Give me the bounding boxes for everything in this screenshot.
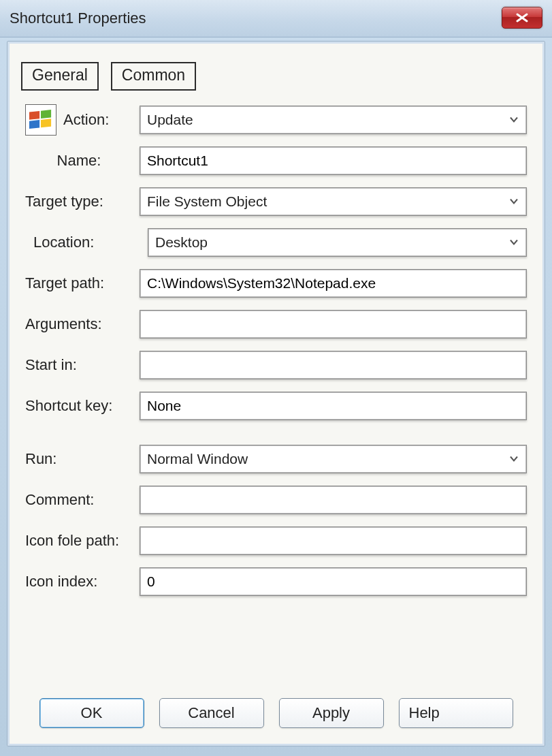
run-value: Normal Window (147, 451, 248, 467)
label-location: Location: (33, 234, 94, 251)
label-shortcut-key: Shortcut key: (25, 397, 112, 415)
name-input[interactable] (140, 146, 527, 175)
window-title: Shortcut1 Properties (10, 10, 146, 27)
row-name: Name: (25, 144, 527, 178)
form-area: Action: Update Name: (7, 103, 545, 599)
arguments-input[interactable] (140, 310, 527, 338)
row-icon-index: Icon index: (25, 565, 527, 599)
shortcut-key-input[interactable] (140, 392, 527, 420)
label-name: Name: (57, 152, 101, 170)
svg-rect-3 (41, 119, 51, 127)
svg-rect-1 (41, 110, 51, 119)
chevron-down-icon (509, 116, 519, 123)
target-type-value: File System Object (147, 193, 267, 210)
tab-common[interactable]: Common (111, 62, 196, 91)
row-comment: Comment: (25, 483, 527, 517)
start-in-input[interactable] (140, 351, 527, 379)
row-start-in: Start in: (25, 348, 527, 382)
chevron-down-icon (509, 455, 519, 462)
cancel-button[interactable]: Cancel (159, 698, 264, 728)
svg-rect-2 (29, 120, 39, 129)
row-location: Location: Desktop (25, 225, 527, 259)
label-icon-file-path: Icon fole path: (25, 532, 119, 550)
location-value: Desktop (155, 234, 208, 251)
row-arguments: Arguments: (25, 307, 527, 341)
label-run: Run: (25, 450, 56, 468)
svg-rect-0 (29, 110, 39, 119)
close-icon (515, 9, 529, 27)
icon-file-path-input[interactable] (140, 526, 527, 555)
icon-index-input[interactable] (140, 567, 527, 596)
target-path-input[interactable] (140, 269, 527, 298)
location-dropdown[interactable]: Desktop (148, 228, 527, 257)
label-icon-index: Icon index: (25, 573, 97, 590)
ok-button[interactable]: OK (39, 698, 144, 728)
row-run: Run: Normal Window (25, 442, 527, 476)
row-target-path: Target path: (25, 266, 527, 300)
windows-logo-icon (25, 104, 56, 136)
help-button[interactable]: Help (399, 698, 513, 728)
dialog-button-row: OK Cancel Apply Help (7, 698, 545, 728)
apply-button[interactable]: Apply (279, 698, 384, 728)
row-target-type: Target type: File System Object (25, 185, 527, 219)
row-icon-file-path: Icon fole path: (25, 524, 527, 558)
row-action: Action: Update (25, 103, 527, 137)
run-dropdown[interactable]: Normal Window (140, 445, 527, 473)
close-button[interactable] (502, 7, 542, 29)
dialog-client-area: General Common (7, 41, 545, 746)
titlebar: Shortcut1 Properties (0, 0, 552, 37)
chevron-down-icon (509, 238, 519, 245)
action-value: Update (147, 112, 193, 128)
label-action: Action: (63, 111, 109, 129)
label-start-in: Start in: (25, 356, 77, 374)
chevron-down-icon (509, 198, 519, 204)
label-target-type: Target type: (25, 193, 103, 210)
tab-general[interactable]: General (21, 62, 99, 91)
label-target-path: Target path: (25, 274, 104, 292)
action-dropdown[interactable]: Update (140, 106, 527, 134)
label-arguments: Arguments: (25, 315, 102, 333)
tab-strip: General Common (7, 62, 545, 103)
row-shortcut-key: Shortcut key: (25, 389, 527, 423)
label-comment: Comment: (25, 491, 94, 509)
comment-input[interactable] (140, 486, 527, 514)
target-type-dropdown[interactable]: File System Object (140, 187, 527, 216)
